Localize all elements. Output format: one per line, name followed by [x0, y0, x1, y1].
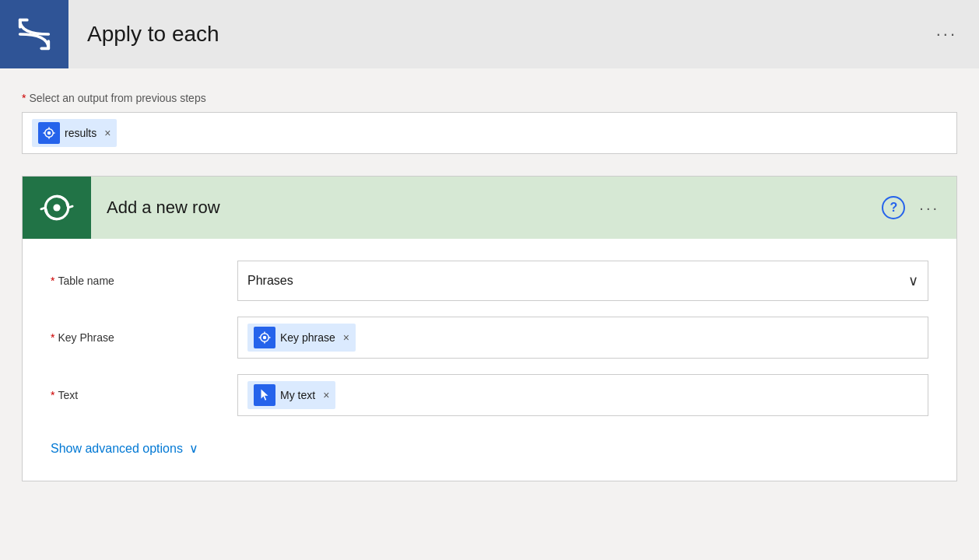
- main-content: *Select an output from previous steps re…: [0, 68, 979, 505]
- my-text-token[interactable]: My text ×: [247, 381, 335, 409]
- brain-icon: [258, 331, 272, 345]
- select-output-label: *Select an output from previous steps: [22, 92, 957, 104]
- results-token[interactable]: results ×: [32, 119, 117, 147]
- chevron-down-icon: ∨: [908, 272, 918, 289]
- table-name-label: *Table name: [51, 275, 237, 287]
- table-name-dropdown[interactable]: Phrases ∨: [237, 261, 928, 301]
- svg-point-7: [53, 204, 60, 211]
- my-text-token-close[interactable]: ×: [323, 389, 329, 401]
- my-text-token-icon: [254, 384, 275, 406]
- add-new-row-card: Add a new row ? ··· *Table name Phrases …: [22, 176, 957, 481]
- card-icon-box: [23, 177, 91, 239]
- dataverse-icon: [40, 191, 74, 225]
- key-phrase-token-close[interactable]: ×: [343, 331, 349, 344]
- card-more-button[interactable]: ···: [919, 199, 939, 217]
- chevron-down-icon: ∨: [189, 441, 198, 456]
- key-phrase-input[interactable]: Key phrase ×: [237, 317, 928, 359]
- cognitive-icon: [42, 126, 56, 140]
- text-label: *Text: [51, 389, 237, 401]
- help-button[interactable]: ?: [882, 196, 905, 219]
- loop-icon: [17, 17, 51, 51]
- page-title: Apply to each: [87, 22, 936, 47]
- cursor-icon: [258, 388, 272, 402]
- table-name-value: Phrases: [247, 274, 293, 288]
- key-phrase-token-icon: [254, 327, 275, 348]
- results-token-icon: [38, 122, 60, 144]
- card-header: Add a new row ? ···: [23, 177, 956, 239]
- key-phrase-row: *Key Phrase: [51, 317, 928, 359]
- show-advanced-button[interactable]: Show advanced options ∨: [51, 441, 198, 456]
- table-name-row: *Table name Phrases ∨: [51, 261, 928, 301]
- my-text-token-label: My text: [280, 389, 315, 401]
- output-select-box[interactable]: results ×: [22, 112, 957, 154]
- card-title: Add a new row: [107, 198, 882, 218]
- svg-point-1: [47, 131, 51, 135]
- results-token-close[interactable]: ×: [104, 127, 111, 139]
- text-row: *Text My text ×: [51, 374, 928, 416]
- text-input[interactable]: My text ×: [237, 374, 928, 416]
- results-token-label: results: [65, 127, 96, 139]
- show-advanced-label: Show advanced options: [51, 442, 183, 456]
- svg-point-9: [263, 336, 267, 340]
- key-phrase-label: *Key Phrase: [51, 331, 237, 344]
- required-asterisk: *: [22, 92, 26, 104]
- header-icon-box: [0, 0, 68, 68]
- key-phrase-token[interactable]: Key phrase ×: [247, 324, 356, 352]
- card-header-actions: ? ···: [882, 196, 939, 219]
- header-more-button[interactable]: ···: [936, 24, 957, 44]
- header: Apply to each ···: [0, 0, 979, 68]
- key-phrase-token-label: Key phrase: [280, 331, 335, 344]
- card-body: *Table name Phrases ∨ *Key Phrase: [23, 239, 956, 481]
